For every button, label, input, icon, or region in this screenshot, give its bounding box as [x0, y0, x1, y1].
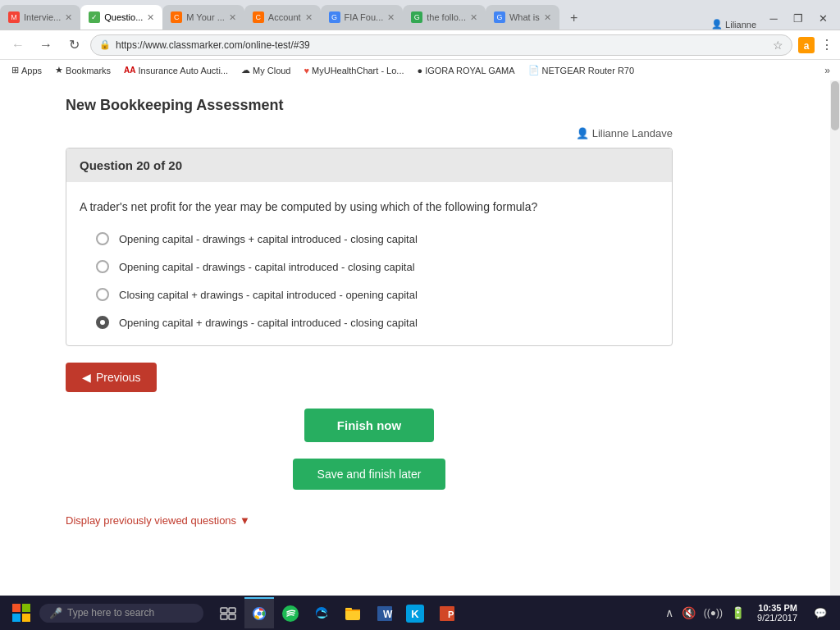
- apps-icon: ⊞: [11, 65, 19, 75]
- previous-button[interactable]: ◀ Previous: [66, 363, 157, 392]
- browser-user: 👤 Lilianne: [705, 19, 763, 30]
- minimize-button[interactable]: ─: [763, 7, 784, 29]
- tab-account[interactable]: C Account ✕: [244, 5, 321, 30]
- bookmark-myuhealthchart[interactable]: ♥ MyUHealthChart - Lo...: [299, 64, 409, 77]
- address-bar: ← → ↻ 🔒 https://www.classmarker.com/onli…: [0, 30, 840, 59]
- tab-whatis[interactable]: G What is ✕: [486, 5, 559, 30]
- bookmark-bookmarks[interactable]: ★ Bookmarks: [50, 63, 116, 77]
- cloud-icon: ☁: [241, 65, 250, 75]
- taskbar-icons: W K P: [213, 597, 461, 628]
- answer-options: Opening capital - drawings + capital int…: [80, 232, 659, 329]
- radio-2[interactable]: [96, 260, 109, 273]
- answer-option-4[interactable]: Opening capital + drawings - capital int…: [96, 316, 642, 329]
- bookmark-netgear[interactable]: 📄 NETGEAR Router R70: [523, 63, 639, 77]
- tab-fia[interactable]: G FIA Fou... ✕: [321, 5, 404, 30]
- amazon-extension-icon[interactable]: a: [797, 36, 815, 54]
- taskbar-file-explorer[interactable]: [338, 597, 368, 628]
- display-previous-label: Display previously viewed questions: [66, 514, 236, 527]
- radio-1[interactable]: [96, 232, 109, 245]
- tab-myaccount[interactable]: C M Your ... ✕: [162, 5, 244, 30]
- tab-gmail-title: Intervie...: [24, 12, 61, 22]
- svg-text:K: K: [411, 608, 419, 620]
- tab-classmarker-close[interactable]: ✕: [147, 12, 154, 23]
- radio-3[interactable]: [96, 288, 109, 301]
- tab-whatis-close[interactable]: ✕: [544, 12, 551, 23]
- tray-sound-muted-icon[interactable]: 🔇: [679, 605, 698, 621]
- question-box: Question 20 of 20 A trader's net profit …: [66, 148, 673, 346]
- bookmark-mycloud-label: My Cloud: [253, 66, 290, 75]
- svg-rect-9: [229, 614, 235, 619]
- tab-account-close[interactable]: ✕: [305, 12, 313, 23]
- tab-gmail[interactable]: M Intervie... ✕: [0, 5, 80, 30]
- taskbar-edge[interactable]: [307, 597, 336, 628]
- question-body: A trader's net profit for the year may b…: [66, 182, 672, 345]
- tab-gmail-close[interactable]: ✕: [65, 12, 72, 23]
- tab-fia-close[interactable]: ✕: [387, 12, 395, 23]
- tab-following-close[interactable]: ✕: [470, 12, 477, 23]
- tab-whatis-title: What is: [509, 12, 540, 22]
- answer-option-3[interactable]: Closing capital + drawings - capital int…: [96, 288, 642, 301]
- close-button[interactable]: ✕: [812, 7, 833, 29]
- following-favicon: G: [411, 11, 422, 23]
- search-bar[interactable]: 🎤 Type here to search: [39, 604, 203, 623]
- svg-text:a: a: [804, 40, 810, 52]
- back-button[interactable]: ←: [7, 34, 30, 57]
- whatis-favicon: G: [494, 11, 505, 23]
- finish-now-wrap: Finish now: [66, 409, 673, 442]
- bookmark-star-icon[interactable]: ☆: [773, 39, 783, 52]
- notification-button[interactable]: 💬: [807, 600, 833, 626]
- taskbar-spotify[interactable]: [276, 597, 305, 628]
- user-icon: 👤: [711, 19, 723, 30]
- search-mic-icon: 🎤: [49, 607, 62, 619]
- taskbar-powerpoint[interactable]: P: [431, 597, 461, 628]
- new-tab-button[interactable]: +: [563, 7, 586, 30]
- account-favicon: C: [253, 11, 264, 23]
- tab-account-title: Account: [268, 12, 301, 22]
- bookmark-insurance-label: Insurance Auto Aucti...: [139, 66, 228, 75]
- svg-rect-2: [12, 604, 21, 612]
- save-later-label: Save and finish later: [317, 468, 422, 481]
- url-bar[interactable]: 🔒 https://www.classmarker.com/online-tes…: [90, 34, 792, 56]
- bookmark-mycloud[interactable]: ☁ My Cloud: [236, 63, 295, 77]
- tab-classmarker-title: Questio...: [104, 12, 143, 22]
- chevron-down-icon: ▼: [240, 514, 250, 527]
- gmail-favicon: M: [8, 11, 20, 23]
- bookmarks-more-button[interactable]: »: [821, 63, 833, 78]
- restore-button[interactable]: ❐: [788, 7, 809, 29]
- system-tray: ∧ 🔇 ((●)) 🔋 10:35 PM 9/21/2017 💬: [663, 600, 833, 626]
- scrollbar-thumb[interactable]: [831, 81, 839, 130]
- tab-classmarker[interactable]: ✓ Questio... ✕: [80, 5, 162, 30]
- browser-menu-button[interactable]: ⋮: [820, 37, 833, 52]
- finish-now-button[interactable]: Finish now: [304, 409, 434, 442]
- taskbar-chrome[interactable]: [244, 597, 274, 628]
- scrollbar[interactable]: [830, 80, 840, 596]
- bookmark-apps[interactable]: ⊞ Apps: [7, 63, 47, 77]
- question-header: Question 20 of 20: [66, 148, 672, 182]
- nav-buttons: ◀ Previous: [66, 363, 673, 392]
- radio-4[interactable]: [96, 316, 109, 329]
- answer-text-1: Opening capital - drawings + capital int…: [119, 233, 418, 245]
- taskbar-word[interactable]: W: [369, 597, 399, 628]
- display-previous-link[interactable]: Display previously viewed questions ▼: [66, 514, 673, 527]
- save-later-button[interactable]: Save and finish later: [293, 459, 446, 490]
- taskbar-task-view[interactable]: [213, 597, 243, 628]
- svg-rect-8: [221, 614, 227, 619]
- tray-wifi-icon[interactable]: ((●)): [701, 605, 725, 620]
- answer-option-2[interactable]: Opening capital - drawings - capital int…: [96, 260, 642, 273]
- tab-following[interactable]: G the follo... ✕: [403, 5, 486, 30]
- system-clock[interactable]: 10:35 PM 9/21/2017: [751, 600, 804, 626]
- start-button[interactable]: [7, 598, 36, 628]
- answer-text-4: Opening capital + drawings - capital int…: [119, 317, 418, 329]
- tray-battery-icon[interactable]: 🔋: [728, 605, 747, 621]
- clock-time: 10:35 PM: [757, 603, 797, 613]
- refresh-button[interactable]: ↻: [62, 34, 85, 57]
- browser-frame: M Intervie... ✕ ✓ Questio... ✕ C M Your …: [0, 0, 840, 630]
- doc-icon: 📄: [528, 65, 540, 75]
- bookmark-igora[interactable]: ● IGORA ROYAL GAMA: [413, 64, 520, 77]
- taskbar-keditor[interactable]: K: [400, 597, 430, 628]
- forward-button[interactable]: →: [34, 34, 57, 57]
- answer-option-1[interactable]: Opening capital - drawings + capital int…: [96, 232, 642, 245]
- tab-myaccount-close[interactable]: ✕: [229, 12, 236, 23]
- tray-arrow-icon[interactable]: ∧: [663, 605, 676, 621]
- bookmark-insurance[interactable]: AA Insurance Auto Aucti...: [119, 64, 233, 77]
